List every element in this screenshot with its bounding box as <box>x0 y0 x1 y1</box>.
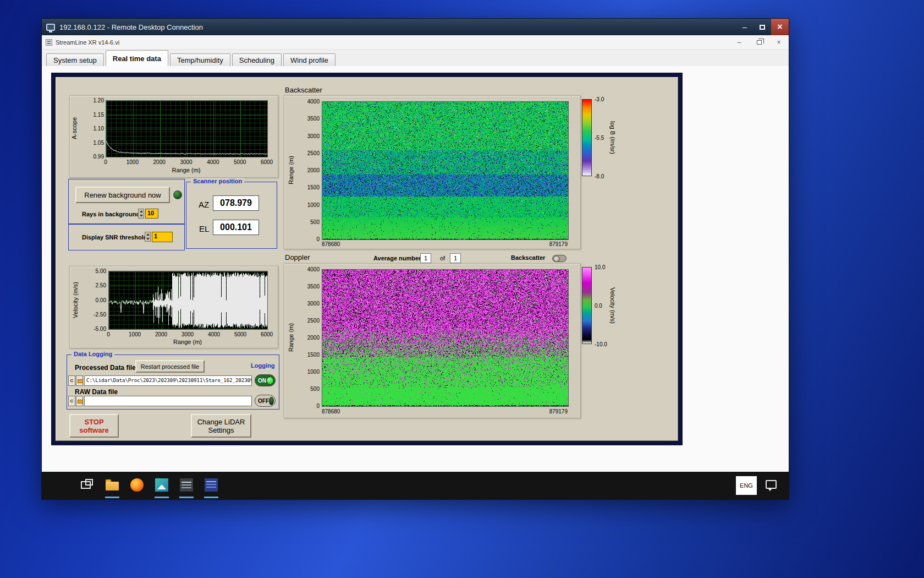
scanner-position-box: Scanner position AZ 078.979 EL 000.101 <box>186 182 277 249</box>
az-label: AZ <box>199 200 209 209</box>
tab-wind-profile[interactable]: Wind profile <box>283 53 336 66</box>
processed-drive-button[interactable]: C <box>68 375 75 386</box>
scan-scheduler-button[interactable] <box>179 477 194 493</box>
doppler-colorbar-label: Velocity (m/s) <box>608 267 617 344</box>
el-value-field[interactable]: 000.101 <box>213 220 259 235</box>
raw-logging-off-toggle[interactable]: OFF <box>255 395 276 407</box>
renew-background-button[interactable]: Renew background now <box>75 187 170 203</box>
doppler-heatmap-canvas <box>322 270 568 406</box>
tick-label: 1500 <box>307 352 320 358</box>
tick-label: -5.5 <box>595 135 604 141</box>
tick-label: 1500 <box>307 184 320 190</box>
tab-temp-humidity[interactable]: Temp/humidity <box>170 53 230 66</box>
tick-label: -5.00 <box>94 326 106 332</box>
tick-label: 3000 <box>307 133 320 139</box>
doppler-y-axis-title: Range (m) <box>287 269 295 406</box>
processed-logging-on-toggle[interactable]: ON <box>255 374 276 386</box>
firefox-icon <box>130 478 144 492</box>
app-close-button[interactable]: × <box>769 35 789 49</box>
backscatter-colorbar-wrap: -3.0-5.5-8.0 log B (/m/sr) <box>582 98 620 181</box>
scan-scheduler-active-indicator <box>179 497 194 498</box>
snr-value-field[interactable]: 1 <box>152 232 173 242</box>
photos-app-button[interactable] <box>154 477 169 493</box>
restore-icon <box>757 40 762 45</box>
off-led-icon <box>269 397 274 405</box>
stop-software-button[interactable]: STOP software <box>69 414 119 438</box>
raw-drive-button[interactable]: C <box>68 396 75 406</box>
rdp-title: 192.168.0.122 - Remote Desktop Connectio… <box>59 23 203 31</box>
velocity-graph: Velocity (m/s) 5.002.500.00-2.50-5.00 01… <box>69 266 278 348</box>
average-number-label: Average number <box>373 255 421 261</box>
app-restore-button[interactable] <box>749 35 769 49</box>
velocity-plot <box>108 271 268 330</box>
tick-label: 2000 <box>153 159 166 165</box>
processed-browse-button[interactable] <box>76 375 83 386</box>
rdp-maximize-button[interactable] <box>754 19 771 35</box>
tick-label: 3000 <box>180 159 192 165</box>
raw-path-field[interactable] <box>84 396 252 406</box>
tick-label: 4000 <box>208 331 220 337</box>
tick-label: -3.0 <box>595 96 604 102</box>
processed-path-field[interactable]: C:\Lidar\Data\Proc\2023\202309\20230911\… <box>84 375 252 386</box>
rays-value-field[interactable]: 10 <box>145 209 158 219</box>
tab-real-time-data[interactable]: Real time data <box>106 50 168 66</box>
task-view-button[interactable] <box>78 477 94 493</box>
photos-icon <box>155 478 168 492</box>
vi-app-icon <box>46 39 52 46</box>
tab-page-real-time-data: A-scope 1.201.151.101.050.99 01000200030… <box>42 66 789 472</box>
backscatter-toggle-label: Backscatter <box>511 254 545 261</box>
backscatter-y-axis-title: Range (m) <box>287 101 295 239</box>
average-number-field[interactable]: 1 <box>420 253 431 263</box>
snr-spinner[interactable] <box>145 232 151 242</box>
rdp-titlebar[interactable]: 192.168.0.122 - Remote Desktop Connectio… <box>42 19 789 35</box>
spin-down-icon <box>146 238 150 240</box>
data-logging-box: Data Logging Processed Data file Restart… <box>67 355 279 410</box>
tick-label: 0.99 <box>94 154 104 160</box>
file-explorer-button[interactable] <box>105 477 120 493</box>
doppler-x-start: 878680 <box>322 408 340 415</box>
renew-background-led <box>173 190 182 199</box>
notification-center-icon[interactable] <box>766 480 777 489</box>
rdp-close-button[interactable]: × <box>771 19 789 35</box>
backscatter-x-end: 879179 <box>549 241 568 247</box>
app-minimize-button[interactable]: – <box>729 35 749 49</box>
doppler-y-ticks: 40003500300025002000150010005000 <box>296 269 320 406</box>
doppler-colorbar <box>582 267 592 344</box>
tick-label: 1000 <box>307 201 320 208</box>
tab-scheduling[interactable]: Scheduling <box>232 53 282 66</box>
tick-label: 5.00 <box>96 268 106 274</box>
streamline-app-button[interactable] <box>204 477 219 493</box>
average-count-field[interactable]: 1 <box>450 253 461 263</box>
tick-label: 3500 <box>307 116 320 122</box>
backscatter-doppler-toggle[interactable] <box>552 255 566 262</box>
tick-label: 4000 <box>307 99 320 105</box>
rdp-minimize-button[interactable]: – <box>736 19 754 35</box>
raw-data-file-label: RAW Data file <box>75 388 118 396</box>
on-led-icon <box>266 377 274 385</box>
raw-browse-button[interactable] <box>76 396 83 406</box>
language-indicator[interactable]: ENG <box>736 476 757 495</box>
tick-label: 2000 <box>307 167 320 173</box>
backscatter-colorbar-label: log B (/m/sr) <box>608 99 617 176</box>
change-line1: Change LiDAR <box>197 418 245 426</box>
change-lidar-settings-button[interactable]: Change LiDAR Settings <box>191 414 251 438</box>
rays-spinner[interactable] <box>138 209 144 219</box>
app-titlebar[interactable]: StreamLine XR v14-6.vi – × <box>42 35 789 50</box>
backscatter-section-title: Backscatter <box>285 86 322 94</box>
firefox-button[interactable] <box>129 477 145 493</box>
tick-label: 0.0 <box>595 303 602 309</box>
file-explorer-active-indicator <box>105 497 119 498</box>
tick-label: 0.00 <box>96 297 106 303</box>
folder-icon <box>106 482 119 490</box>
tick-label: 2.50 <box>96 282 106 288</box>
velocity-x-ticks: 0100020003000400050006000 <box>108 331 267 338</box>
tick-label: 1.15 <box>94 111 104 117</box>
restart-processed-file-button[interactable]: Restart processed file <box>135 360 205 373</box>
tick-label: 0 <box>104 159 107 165</box>
task-view-icon <box>81 481 91 489</box>
spin-down-icon <box>140 215 143 217</box>
rdp-window: 192.168.0.122 - Remote Desktop Connectio… <box>41 18 789 500</box>
az-value-field[interactable]: 078.979 <box>213 195 259 211</box>
tick-label: 2000 <box>155 331 167 337</box>
tab-system-setup[interactable]: System setup <box>46 53 104 66</box>
